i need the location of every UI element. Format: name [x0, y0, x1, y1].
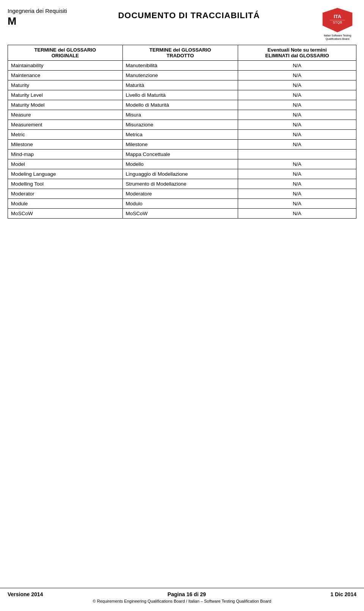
doc-title: DOCUMENTO DI TRACCIABILITÁ	[67, 11, 311, 20]
cell-tradotto: Linguaggio di Modellazione	[122, 169, 238, 179]
page-header: Ingegneria dei Requisiti M DOCUMENTO DI …	[0, 0, 364, 37]
cell-note: N/A	[238, 189, 356, 199]
cell-tradotto: Modello di Maturità	[122, 100, 238, 110]
table-row: Mind-mapMappa Concettuale	[8, 150, 356, 159]
main-content: TERMINE del GLOSSARIOORIGINALE TERMINE d…	[0, 37, 364, 219]
cell-original: Metric	[8, 130, 123, 140]
cell-tradotto: Livello di Maturità	[122, 90, 238, 100]
col-header-note: Eventuali Note su terminiELIMINATI dal G…	[238, 45, 356, 61]
logo: ITA STQB Italian Software Testing Qualif…	[318, 7, 356, 33]
page-footer: Versione 2014 Pagina 16 di 29 1 Dic 2014…	[0, 588, 364, 603]
table-header-row: TERMINE del GLOSSARIOORIGINALE TERMINE d…	[8, 45, 356, 61]
header-center: DOCUMENTO DI TRACCIABILITÁ	[67, 7, 311, 20]
subtitle: Ingegneria dei Requisiti	[8, 7, 67, 15]
cell-original: Modeling Language	[8, 169, 123, 179]
footer-copyright: © Requirements Engineering Qualification…	[8, 599, 356, 603]
cell-note: N/A	[238, 159, 356, 169]
table-row: MetricMetricaN/A	[8, 130, 356, 140]
cell-original: Moderator	[8, 189, 123, 199]
cell-original: Maturity Level	[8, 90, 123, 100]
cell-tradotto: Misura	[122, 110, 238, 120]
cell-note: N/A	[238, 209, 356, 219]
table-row: ModelModelloN/A	[8, 159, 356, 169]
table-row: Maturity ModelModello di MaturitàN/A	[8, 100, 356, 110]
cell-original: Maturity	[8, 80, 123, 90]
table-row: MaintainabilityManutenibilitàN/A	[8, 61, 356, 71]
cell-note: N/A	[238, 100, 356, 110]
header-left: Ingegneria dei Requisiti M	[8, 7, 67, 28]
cell-original: Measurement	[8, 120, 123, 130]
cell-tradotto: Milestone	[122, 140, 238, 150]
cell-tradotto: Maturità	[122, 80, 238, 90]
table-row: MeasureMisuraN/A	[8, 110, 356, 120]
cell-note: N/A	[238, 199, 356, 209]
svg-text:ITA: ITA	[334, 14, 342, 19]
cell-tradotto: Metrica	[122, 130, 238, 140]
cell-original: Model	[8, 159, 123, 169]
table-row: Modelling ToolStrumento di ModellazioneN…	[8, 179, 356, 189]
cell-note: N/A	[238, 90, 356, 100]
cell-note: N/A	[238, 71, 356, 80]
cell-note: N/A	[238, 120, 356, 130]
cell-note: N/A	[238, 61, 356, 71]
table-row: MoSCoWMoSCoWN/A	[8, 209, 356, 219]
col-header-tradotto: TERMINE del GLOSSARIOTRADOTTO	[122, 45, 238, 61]
footer-date: 1 Dic 2014	[330, 591, 356, 597]
cell-tradotto: Strumento di Modellazione	[122, 179, 238, 189]
cell-original: Maturity Model	[8, 100, 123, 110]
cell-original: Modelling Tool	[8, 179, 123, 189]
footer-page: Pagina 16 di 29	[168, 591, 206, 597]
col-header-original: TERMINE del GLOSSARIOORIGINALE	[8, 45, 123, 61]
glossary-table: TERMINE del GLOSSARIOORIGINALE TERMINE d…	[8, 45, 356, 219]
table-row: ModeratorModeratoreN/A	[8, 189, 356, 199]
cell-original: Maintainability	[8, 61, 123, 71]
cell-note: N/A	[238, 130, 356, 140]
cell-tradotto: Misurazione	[122, 120, 238, 130]
table-row: Modeling LanguageLinguaggio di Modellazi…	[8, 169, 356, 179]
cell-note: N/A	[238, 80, 356, 90]
footer-version: Versione 2014	[8, 591, 43, 597]
cell-original: Maintenance	[8, 71, 123, 80]
table-row: MaturityMaturitàN/A	[8, 80, 356, 90]
svg-text:STQB: STQB	[333, 20, 342, 24]
cell-note: N/A	[238, 169, 356, 179]
cell-tradotto: Modello	[122, 159, 238, 169]
cell-note: N/A	[238, 140, 356, 150]
cell-tradotto: Manutenzione	[122, 71, 238, 80]
cell-original: Module	[8, 199, 123, 209]
header-right: ITA STQB Italian Software Testing Qualif…	[311, 7, 356, 33]
table-row: MilestoneMilestoneN/A	[8, 140, 356, 150]
cell-tradotto: Manutenibilità	[122, 61, 238, 71]
footer-top: Versione 2014 Pagina 16 di 29 1 Dic 2014	[8, 588, 356, 597]
table-row: Maturity LevelLivello di MaturitàN/A	[8, 90, 356, 100]
table-row: MaintenanceManutenzioneN/A	[8, 71, 356, 80]
cell-original: MoSCoW	[8, 209, 123, 219]
cell-note: N/A	[238, 110, 356, 120]
cell-original: Measure	[8, 110, 123, 120]
cell-original: Mind-map	[8, 150, 123, 159]
cell-tradotto: Modulo	[122, 199, 238, 209]
cell-original: Milestone	[8, 140, 123, 150]
cell-tradotto: Moderatore	[122, 189, 238, 199]
cell-tradotto: MoSCoW	[122, 209, 238, 219]
cell-tradotto: Mappa Concettuale	[122, 150, 238, 159]
letter-heading: M	[8, 15, 67, 28]
table-row: ModuleModuloN/A	[8, 199, 356, 209]
cell-note: N/A	[238, 179, 356, 189]
cell-note	[238, 150, 356, 159]
table-row: MeasurementMisurazioneN/A	[8, 120, 356, 130]
